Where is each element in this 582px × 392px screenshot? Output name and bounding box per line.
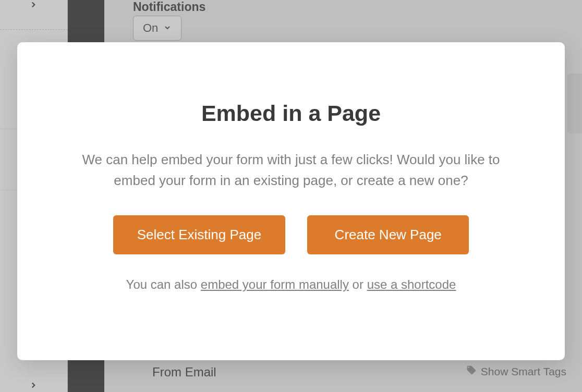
footer-prefix: You can also xyxy=(126,277,201,291)
select-existing-page-button[interactable]: Select Existing Page xyxy=(113,215,285,254)
footer-middle: or xyxy=(349,277,367,291)
embed-modal: Embed in a Page We can help embed your f… xyxy=(17,42,565,360)
modal-description: We can help embed your form with just a … xyxy=(69,149,513,191)
modal-title: Embed in a Page xyxy=(201,101,381,126)
use-shortcode-link[interactable]: use a shortcode xyxy=(367,277,456,291)
modal-footer-text: You can also embed your form manually or… xyxy=(126,277,456,292)
embed-manually-link[interactable]: embed your form manually xyxy=(201,277,349,291)
modal-button-row: Select Existing Page Create New Page xyxy=(113,215,469,254)
create-new-page-button[interactable]: Create New Page xyxy=(307,215,469,254)
